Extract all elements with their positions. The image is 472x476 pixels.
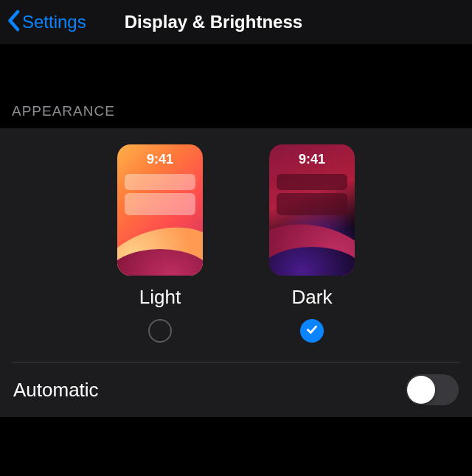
back-label: Settings [22, 12, 86, 32]
chevron-left-icon [6, 10, 21, 35]
check-icon [305, 323, 319, 339]
automatic-toggle[interactable] [406, 374, 459, 405]
appearance-option-light[interactable]: 9:41 Light [117, 144, 203, 343]
preview-time: 9:41 [117, 152, 203, 167]
page-title: Display & Brightness [125, 12, 302, 32]
appearance-option-dark[interactable]: 9:41 Dark [269, 144, 355, 343]
preview-time: 9:41 [269, 152, 355, 167]
toggle-knob [407, 376, 435, 404]
section-header-appearance: APPEARANCE [0, 81, 472, 128]
nav-bar: Settings Display & Brightness [0, 0, 472, 44]
back-button[interactable]: Settings [6, 10, 86, 35]
preview-light: 9:41 [117, 144, 203, 276]
radio-dark[interactable] [300, 319, 324, 343]
automatic-label: Automatic [13, 379, 99, 402]
automatic-row: Automatic [0, 363, 472, 417]
appearance-options: 9:41 Light 9:41 Dark [0, 128, 472, 362]
preview-dark: 9:41 [269, 144, 355, 276]
option-label-light: Light [139, 286, 181, 309]
option-label-dark: Dark [292, 286, 333, 309]
radio-light[interactable] [148, 319, 172, 343]
